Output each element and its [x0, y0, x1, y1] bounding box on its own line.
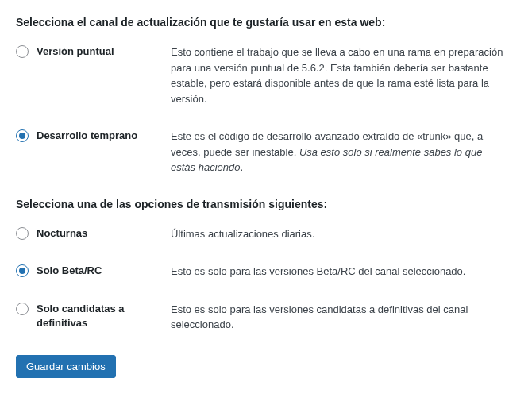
- radio-desarrollo-temprano[interactable]: [16, 129, 29, 142]
- option-label-col: Nocturnas: [16, 226, 171, 241]
- option-row: Solo candidatas a definitivas Esto es so…: [16, 302, 516, 333]
- radio-nocturnas[interactable]: [16, 227, 29, 240]
- radio-solo-beta-rc[interactable]: [16, 264, 29, 277]
- option-description: Este es el código de desarrollo avanzado…: [171, 129, 516, 176]
- option-description: Esto contiene el trabajo que se lleva a …: [171, 44, 516, 106]
- option-label[interactable]: Solo Beta/RC: [37, 264, 102, 278]
- stream-section-heading: Selecciona una de las opciones de transm…: [16, 198, 516, 210]
- option-row: Desarrollo temprano Este es el código de…: [16, 129, 516, 176]
- option-row: Solo Beta/RC Esto es solo para las versi…: [16, 264, 516, 280]
- option-description: Esto es solo para las versiones candidat…: [171, 302, 516, 333]
- option-row: Nocturnas Últimas actualizaciones diaria…: [16, 226, 516, 242]
- option-description: Esto es solo para las versiones Beta/RC …: [171, 264, 516, 280]
- option-label-col: Solo Beta/RC: [16, 264, 171, 278]
- option-label[interactable]: Versión puntual: [37, 44, 114, 59]
- desc-suffix: .: [240, 161, 243, 173]
- option-label[interactable]: Solo candidatas a definitivas: [37, 302, 171, 330]
- option-label[interactable]: Desarrollo temprano: [37, 129, 137, 143]
- save-button[interactable]: Guardar cambios: [16, 355, 116, 378]
- option-label-col: Versión puntual: [16, 44, 171, 59]
- option-row: Versión puntual Esto contiene el trabajo…: [16, 44, 516, 106]
- radio-solo-candidatas[interactable]: [16, 303, 29, 315]
- radio-version-puntual[interactable]: [16, 45, 29, 58]
- option-label-col: Desarrollo temprano: [16, 129, 171, 143]
- option-label[interactable]: Nocturnas: [37, 226, 87, 241]
- option-label-col: Solo candidatas a definitivas: [16, 302, 171, 330]
- channel-section-heading: Selecciona el canal de actualización que…: [16, 16, 516, 29]
- option-description: Últimas actualizaciones diarias.: [171, 226, 516, 242]
